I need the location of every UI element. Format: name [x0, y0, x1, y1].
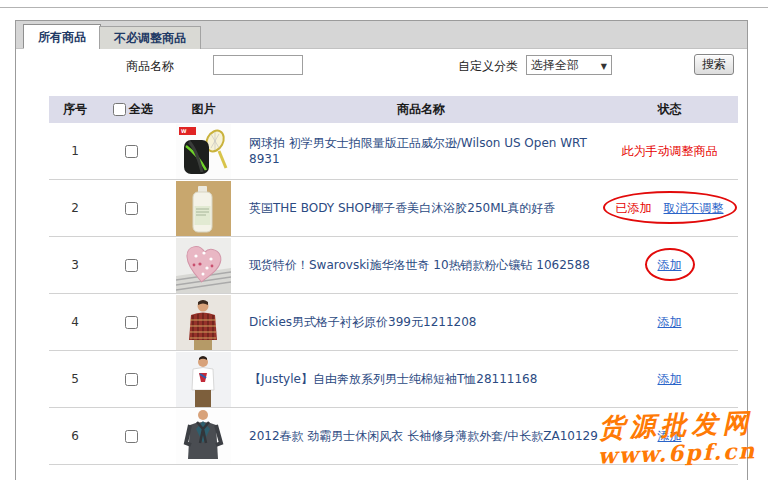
header-image: 图片	[166, 101, 241, 118]
custom-category-label: 自定义分类	[458, 58, 518, 75]
add-link[interactable]: 添加	[658, 258, 682, 272]
row-index: 1	[49, 144, 101, 158]
table-row: 4 Dickies男式格子衬衫原价399元1211208 添加	[49, 294, 738, 351]
select-all-checkbox[interactable]	[113, 103, 126, 116]
product-name-link[interactable]: 现货特价！Swarovski施华洛世奇 10热销款粉心镶钻 1062588	[249, 258, 590, 272]
add-link[interactable]: 添加	[658, 429, 682, 443]
header-status: 状态	[601, 101, 738, 118]
product-name-link[interactable]: Dickies男式格子衬衫原价399元1211208	[249, 315, 476, 329]
row-index: 4	[49, 315, 101, 329]
header-name: 商品名称	[241, 101, 601, 118]
category-selected-value: 选择全部	[531, 58, 579, 72]
search-button[interactable]: 搜索	[694, 54, 734, 75]
table-row: 5 【Justyle】自由奔放系列男士纯棉短袖T恤28111168 添加	[49, 351, 738, 408]
product-name-input[interactable]	[213, 55, 303, 75]
product-name-link[interactable]: 英国THE BODY SHOP椰子香美白沐浴胶250ML真的好香	[249, 201, 555, 215]
table-header-row: 序号 全选 图片 商品名称 状态	[49, 96, 738, 123]
product-table: 序号 全选 图片 商品名称 状态 1 W	[49, 96, 738, 465]
page: 所有商品 不必调整商品 商品名称 自定义分类 选择全部 ▼ 搜索 序号 全选 图…	[0, 0, 768, 480]
header-index: 序号	[49, 101, 101, 118]
row-checkbox[interactable]	[125, 430, 138, 443]
table-row: 3 现货特价！Swarovski施华洛世奇 10热销款粉心镶钻 10625	[49, 237, 738, 294]
product-name-link[interactable]: 2012春款 劲霸男士休闲风衣 长袖修身薄款外套/中长款ZA10129	[249, 429, 598, 443]
select-all-label: 全选	[129, 101, 153, 118]
tab-bar: 所有商品 不必调整商品	[16, 21, 747, 49]
product-image-crystal-heart-pendant	[176, 238, 231, 293]
table-row: 2 英国THE BODY SHOP椰子香美白沐浴胶250ML真的好香	[49, 180, 738, 237]
product-image-tennis-racket-backpack: W	[176, 124, 231, 179]
chevron-down-icon: ▼	[601, 58, 607, 76]
tab-all-products[interactable]: 所有商品	[23, 24, 101, 49]
search-bar: 商品名称 自定义分类 选择全部 ▼ 搜索	[16, 49, 747, 82]
product-name-label: 商品名称	[126, 58, 174, 75]
product-image-white-tshirt-model	[176, 352, 231, 407]
status-text: 已添加	[616, 200, 652, 217]
add-link[interactable]: 添加	[658, 315, 682, 329]
status-circle-annotation: 已添加 取消不调整	[616, 200, 724, 217]
top-divider	[0, 7, 768, 8]
row-index: 3	[49, 258, 101, 272]
category-select[interactable]: 选择全部 ▼	[526, 55, 612, 75]
row-index: 6	[49, 429, 101, 443]
row-checkbox[interactable]	[125, 202, 138, 215]
product-name-link[interactable]: 【Justyle】自由奔放系列男士纯棉短袖T恤28111168	[249, 372, 537, 386]
product-image-gray-coat-model	[176, 409, 231, 464]
row-checkbox[interactable]	[125, 373, 138, 386]
row-checkbox[interactable]	[125, 259, 138, 272]
svg-text:W: W	[181, 128, 187, 134]
add-link[interactable]: 添加	[658, 372, 682, 386]
row-index: 2	[49, 201, 101, 215]
table-row: 1 W 网球拍 初学男女士拍限量版正品威尔逊/Wils	[49, 123, 738, 180]
status-circle-annotation: 添加	[658, 257, 682, 274]
cancel-no-adjust-link[interactable]: 取消不调整	[664, 200, 724, 217]
product-image-plaid-shirt-model	[176, 295, 231, 350]
tab-no-adjust-products[interactable]: 不必调整商品	[99, 26, 201, 49]
row-index: 5	[49, 372, 101, 386]
table-row: 6 2012春款 劲霸男士休闲风衣 长袖修身薄款外套/中长款ZA10129 添加	[49, 408, 738, 465]
product-name-link[interactable]: 网球拍 初学男女士拍限量版正品威尔逊/Wilson US Open WRT 89…	[249, 136, 587, 166]
status-text: 此为手动调整商品	[622, 144, 718, 158]
product-panel: 所有商品 不必调整商品 商品名称 自定义分类 选择全部 ▼ 搜索 序号 全选 图…	[15, 20, 748, 480]
product-image-body-shop-bottle	[176, 181, 231, 236]
row-checkbox[interactable]	[125, 316, 138, 329]
row-checkbox[interactable]	[125, 145, 138, 158]
